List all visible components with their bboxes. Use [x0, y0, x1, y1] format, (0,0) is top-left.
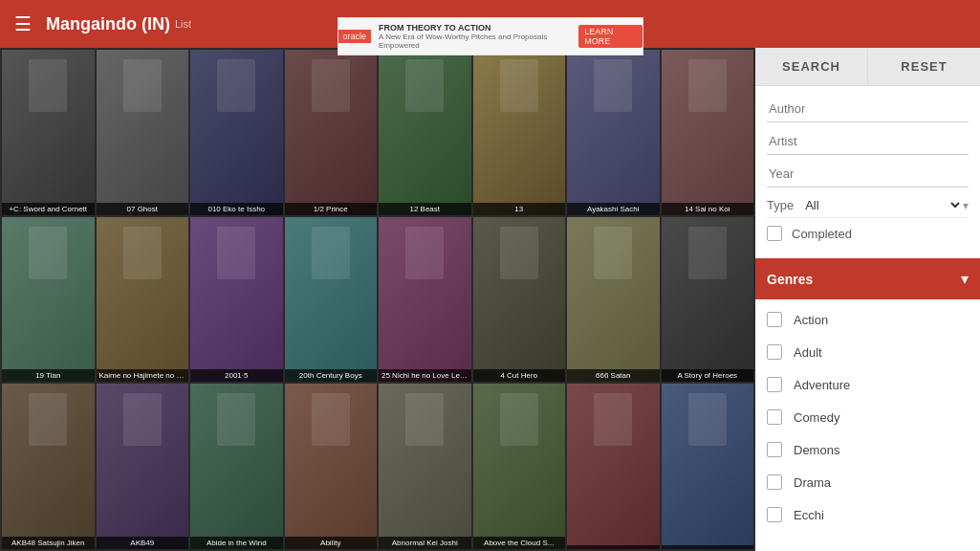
- manga-card[interactable]: 2001·5: [190, 217, 283, 383]
- manga-card[interactable]: AKB49: [97, 384, 189, 549]
- genre-checkbox[interactable]: [767, 442, 782, 457]
- genre-checkbox[interactable]: [767, 474, 782, 490]
- search-button[interactable]: SEARCH: [755, 48, 868, 85]
- manga-title: 4 Cut Hero: [473, 369, 566, 382]
- manga-card[interactable]: 20th Century Boys: [285, 217, 378, 383]
- ad-logo: oracle: [338, 30, 372, 43]
- genres-title: Genres: [767, 272, 813, 287]
- manga-card[interactable]: Abide in the Wind: [190, 384, 283, 549]
- genre-name: Drama: [794, 475, 831, 490]
- genre-item[interactable]: Drama: [755, 466, 980, 498]
- manga-title: 19 Tian: [2, 369, 95, 382]
- genre-checkbox[interactable]: [767, 409, 782, 425]
- genre-name: Ecchi: [794, 508, 824, 522]
- genre-name: Comedy: [794, 410, 839, 425]
- manga-title: 25 Nichi he no Love Letter: [379, 369, 471, 382]
- type-chevron-icon: ▾: [963, 199, 969, 212]
- manga-title: [567, 545, 660, 549]
- genres-header[interactable]: Genres ▾: [755, 258, 980, 299]
- manga-title: 13: [473, 203, 566, 215]
- manga-card[interactable]: 4 Cut Hero: [473, 217, 566, 383]
- manga-card[interactable]: Abnormal Kei Joshi: [379, 384, 471, 549]
- manga-title: 666 Satan: [567, 369, 660, 382]
- manga-title: 1/2 Prince: [285, 203, 378, 215]
- header: ☰ Mangaindo (IN) List oracle FROM THEORY…: [0, 0, 980, 48]
- type-select[interactable]: All Manga Manhwa Manhua One-shot Doujins…: [801, 197, 963, 213]
- completed-checkbox[interactable]: [767, 226, 782, 241]
- artist-input[interactable]: [767, 128, 969, 155]
- manga-title: Ayakashi Sachi: [567, 203, 660, 215]
- genre-checkbox[interactable]: [767, 344, 782, 360]
- manga-card[interactable]: Ability: [285, 384, 378, 549]
- genre-name: Demons: [794, 443, 839, 457]
- genre-item[interactable]: Comedy: [755, 401, 980, 433]
- site-title: Mangaindo (IN): [46, 14, 170, 34]
- manga-title: AKB49: [97, 537, 189, 549]
- manga-title: 20th Century Boys: [285, 369, 378, 382]
- completed-row: Completed: [767, 218, 969, 249]
- manga-card[interactable]: 25 Nichi he no Love Letter: [379, 217, 471, 383]
- manga-title: A Story of Heroes: [662, 369, 754, 382]
- manga-card[interactable]: 1/2 Prince: [285, 50, 378, 215]
- manga-card[interactable]: 14 Sai no Koi: [662, 50, 754, 215]
- ad-headline: FROM THEORY TO ACTION: [379, 23, 571, 33]
- manga-card[interactable]: 666 Satan: [567, 217, 660, 383]
- manga-card[interactable]: Kaime no Hajimete no Koi: [97, 217, 189, 383]
- author-input[interactable]: [767, 96, 969, 122]
- manga-title: 010 Eko te Issho: [190, 203, 283, 215]
- manga-card[interactable]: AKB48 Satsujin Jiken: [2, 384, 95, 549]
- ad-description: A New Era of Wow-Worthy Pitches and Prop…: [379, 33, 571, 50]
- manga-card[interactable]: 010 Eko te Issho: [190, 50, 283, 215]
- genre-item[interactable]: Ecchi: [755, 498, 980, 531]
- ad-banner[interactable]: oracle FROM THEORY TO ACTION A New Era o…: [338, 17, 643, 55]
- manga-title: Ability: [285, 537, 378, 549]
- genres-chevron-icon: ▾: [961, 270, 969, 288]
- menu-icon[interactable]: ☰: [14, 12, 32, 35]
- manga-title: AKB48 Satsujin Jiken: [2, 537, 95, 549]
- manga-title: 14 Sai no Koi: [662, 203, 754, 215]
- panel-buttons: SEARCH RESET: [755, 48, 980, 86]
- manga-title: [662, 545, 754, 549]
- completed-label: Completed: [792, 227, 852, 241]
- manga-title: 2001·5: [190, 369, 283, 382]
- manga-card[interactable]: 13: [473, 50, 566, 215]
- manga-card[interactable]: Ayakashi Sachi: [567, 50, 660, 215]
- genre-item[interactable]: Demons: [755, 433, 980, 466]
- genre-checkbox[interactable]: [767, 507, 782, 522]
- genre-item[interactable]: Action: [755, 303, 980, 336]
- manga-title: Abnormal Kei Joshi: [379, 537, 471, 549]
- reset-button[interactable]: RESET: [868, 48, 980, 85]
- manga-card[interactable]: A Story of Heroes: [662, 217, 754, 383]
- manga-grid: +C: Sword and Cornett07 Ghost010 Eko te …: [0, 48, 755, 551]
- genre-name: Action: [794, 313, 828, 327]
- manga-title: +C: Sword and Cornett: [2, 203, 95, 215]
- manga-title: Above the Cloud S...: [473, 537, 566, 549]
- main-layout: +C: Sword and Cornett07 Ghost010 Eko te …: [0, 48, 980, 551]
- type-label: Type: [767, 198, 794, 212]
- manga-card[interactable]: 12 Beast: [379, 50, 471, 215]
- genre-list: ActionAdultAdventureComedyDemonsDramaEcc…: [755, 299, 980, 551]
- manga-card[interactable]: +C: Sword and Cornett: [2, 50, 95, 215]
- genre-checkbox[interactable]: [767, 377, 782, 392]
- manga-title: 12 Beast: [379, 203, 471, 215]
- manga-card[interactable]: 19 Tian: [2, 217, 95, 383]
- ad-button[interactable]: LEARN MORE: [578, 25, 642, 48]
- manga-card[interactable]: Above the Cloud S...: [473, 384, 566, 549]
- panel-fields: Type All Manga Manhwa Manhua One-shot Do…: [755, 86, 980, 258]
- manga-title: Abide in the Wind: [190, 537, 283, 549]
- right-panel: SEARCH RESET Type All Manga Manhwa Manhu…: [755, 48, 980, 551]
- genre-name: Adult: [794, 345, 822, 360]
- manga-card[interactable]: 07 Ghost: [97, 50, 189, 215]
- manga-card[interactable]: [662, 384, 754, 549]
- manga-title: Kaime no Hajimete no Koi: [97, 369, 189, 382]
- genre-item[interactable]: Adult: [755, 336, 980, 368]
- site-subtitle: List: [175, 18, 191, 30]
- genre-item[interactable]: Adventure: [755, 368, 980, 401]
- manga-title: 07 Ghost: [97, 203, 189, 215]
- type-row: Type All Manga Manhwa Manhua One-shot Do…: [767, 193, 969, 218]
- year-input[interactable]: [767, 161, 969, 187]
- manga-card[interactable]: [567, 384, 660, 549]
- genre-name: Adventure: [794, 378, 850, 392]
- genre-checkbox[interactable]: [767, 312, 782, 327]
